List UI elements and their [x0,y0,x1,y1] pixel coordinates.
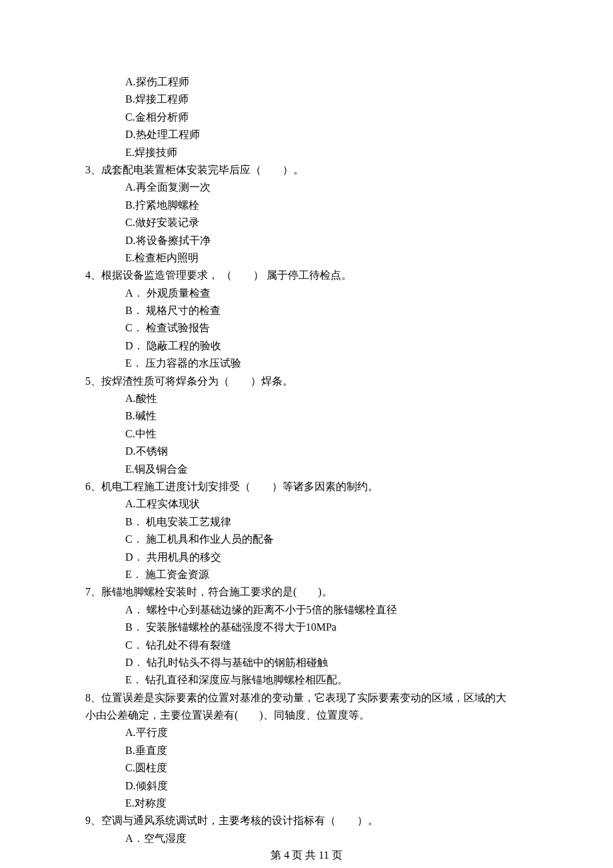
q8-stem-line2: 小由公差确定，主要位置误差有( )、同轴度、位置度等。 [80,707,533,724]
q7-option-c: C． 钻孔处不得有裂缝 [80,637,533,654]
q4-option-d: D． 隐蔽工程的验收 [80,337,533,355]
q3-option-e: E.检查柜内照明 [80,249,533,267]
q4-stem: 4、根据设备监造管理要求， （ ） 属于停工待检点。 [80,267,533,284]
q2-option-e: E.焊接技师 [80,144,533,161]
q8-option-d: D.倾斜度 [80,777,533,795]
q6-stem: 6、机电工程施工进度计划安排受（ ）等诸多因素的制约。 [80,478,533,495]
q3-option-b: B.拧紧地脚螺栓 [80,197,533,214]
q2-option-d: D.热处理工程师 [80,126,533,143]
q4-option-c: C． 检查试验报告 [80,319,533,337]
document-page: A.探伤工程师 B.焊接工程师 C.金相分析师 D.热处理工程师 E.焊接技师 … [0,0,613,868]
q8-option-e: E.对称度 [80,795,533,812]
q4-option-a: A． 外观质量检查 [80,285,533,302]
q9-option-a: A．空气湿度 [80,830,533,847]
q5-option-a: A.酸性 [80,390,533,407]
q8-option-b: B.垂直度 [80,742,533,759]
q6-option-b: B． 机电安装工艺规律 [80,513,533,531]
q7-option-a: A． 螺栓中心到基础边缘的距离不小于5倍的胀锚螺栓直径 [80,601,533,619]
q7-option-d: D． 钻孔时钻头不得与基础中的钢筋相碰触 [80,654,533,671]
q5-option-e: E.铜及铜合金 [80,461,533,478]
q7-stem: 7、胀锚地脚螺栓安装时，符合施工要求的是( )。 [80,583,533,601]
q3-option-d: D.将设备擦拭干净 [80,232,533,249]
q4-option-e: E． 压力容器的水压试验 [80,355,533,372]
q4-option-b: B． 规格尺寸的检查 [80,302,533,319]
q6-option-a: A.工程实体现状 [80,495,533,513]
q6-option-c: C． 施工机具和作业人员的配备 [80,531,533,548]
q8-stem-line1: 8、位置误差是实际要素的位置对基准的变动量，它表现了实际要素变动的区域，区域的大 [80,689,533,707]
q2-option-c: C.金相分析师 [80,109,533,126]
q2-option-a: A.探伤工程师 [80,73,533,91]
q8-option-a: A.平行度 [80,724,533,741]
q5-stem: 5、按焊渣性质可将焊条分为（ ）焊条。 [80,373,533,390]
q7-option-e: E． 钻孔直径和深度应与胀锚地脚螺栓相匹配。 [80,671,533,689]
q5-option-c: C.中性 [80,425,533,443]
page-footer: 第 4 页 共 11 页 [0,847,613,864]
q5-option-b: B.碱性 [80,407,533,425]
q9-stem: 9、空调与通风系统调试时，主要考核的设计指标有（ ）。 [80,812,533,829]
q7-option-b: B． 安装胀锚螺栓的基础强度不得大于10MPa [80,619,533,636]
q6-option-d: D． 共用机具的移交 [80,549,533,566]
q2-option-b: B.焊接工程师 [80,91,533,108]
q6-option-e: E． 施工资金资源 [80,566,533,583]
q5-option-d: D.不锈钢 [80,443,533,460]
q3-stem: 3、成套配电装置柜体安装完毕后应（ ）。 [80,161,533,179]
q3-option-c: C.做好安装记录 [80,214,533,231]
q8-option-c: C.圆柱度 [80,759,533,777]
q3-option-a: A.再全面复测一次 [80,179,533,196]
